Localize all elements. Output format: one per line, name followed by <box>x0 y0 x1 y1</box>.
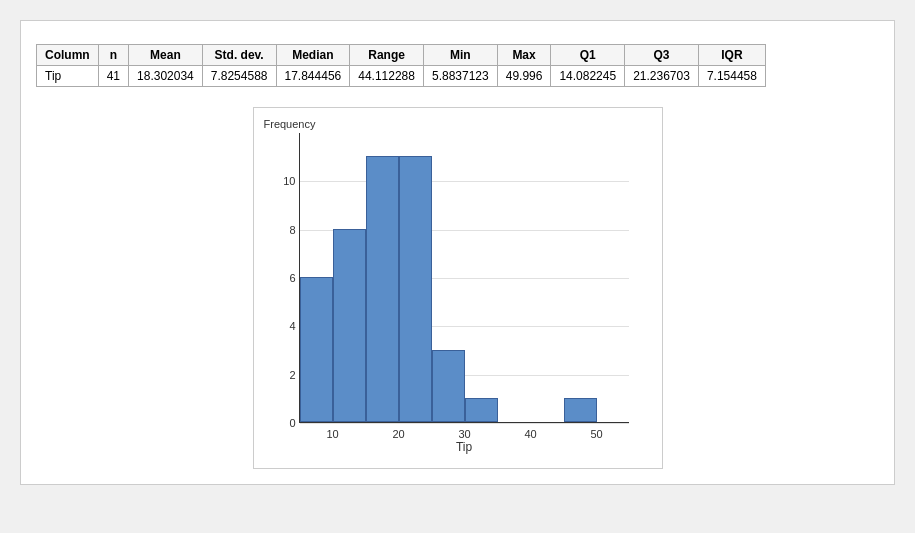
col-header-max: Max <box>497 45 551 66</box>
histogram-bar <box>465 398 498 422</box>
col-header-n: n <box>98 45 128 66</box>
y-tick-label: 6 <box>289 272 295 284</box>
main-container: Column n Mean Std. dev. Median Range Min… <box>20 20 895 485</box>
col-header-mean: Mean <box>129 45 203 66</box>
col-header-iqr: IQR <box>698 45 765 66</box>
chart-area: Frequency 0246810 Tip 1020304050 <box>36 107 879 469</box>
table-cell: 5.8837123 <box>423 66 497 87</box>
x-tick-label: 20 <box>392 428 404 440</box>
x-axis-label: Tip <box>300 440 629 454</box>
y-axis-label: Frequency <box>264 118 316 130</box>
table-cell: 18.302034 <box>129 66 203 87</box>
col-header-q3: Q3 <box>625 45 699 66</box>
chart-plot: Tip 1020304050 <box>299 133 629 423</box>
gridline <box>300 423 629 424</box>
y-tick-label: 0 <box>289 417 295 429</box>
y-tick-label: 4 <box>289 320 295 332</box>
gridline <box>300 181 629 182</box>
table-row: Tip4118.3020347.825458817.84445644.11228… <box>37 66 766 87</box>
summary-table: Column n Mean Std. dev. Median Range Min… <box>36 44 766 87</box>
table-cell: 44.112288 <box>350 66 424 87</box>
y-tick-label: 10 <box>283 175 295 187</box>
y-tick-labels: 0246810 <box>264 133 299 423</box>
x-tick-label: 40 <box>524 428 536 440</box>
x-tick-label: 30 <box>458 428 470 440</box>
col-header-q1: Q1 <box>551 45 625 66</box>
col-header-stddev: Std. dev. <box>202 45 276 66</box>
x-tick-label: 50 <box>590 428 602 440</box>
y-tick-label: 8 <box>289 224 295 236</box>
table-cell: 7.154458 <box>698 66 765 87</box>
histogram-bar <box>366 156 399 422</box>
col-header-range: Range <box>350 45 424 66</box>
table-cell: 21.236703 <box>625 66 699 87</box>
histogram-bar <box>564 398 597 422</box>
histogram-bar <box>333 229 366 422</box>
histogram-bar <box>399 156 432 422</box>
table-cell: 7.8254588 <box>202 66 276 87</box>
chart-wrapper: Frequency 0246810 Tip 1020304050 <box>253 107 663 469</box>
table-cell: Tip <box>37 66 99 87</box>
table-cell: 17.844456 <box>276 66 350 87</box>
table-cell: 41 <box>98 66 128 87</box>
col-header-column: Column <box>37 45 99 66</box>
histogram-bar <box>432 350 465 423</box>
y-tick-label: 2 <box>289 369 295 381</box>
col-header-min: Min <box>423 45 497 66</box>
col-header-median: Median <box>276 45 350 66</box>
table-cell: 49.996 <box>497 66 551 87</box>
histogram-bar <box>300 277 333 422</box>
x-tick-label: 10 <box>326 428 338 440</box>
table-cell: 14.082245 <box>551 66 625 87</box>
chart-inner: Frequency 0246810 Tip 1020304050 <box>264 118 644 458</box>
